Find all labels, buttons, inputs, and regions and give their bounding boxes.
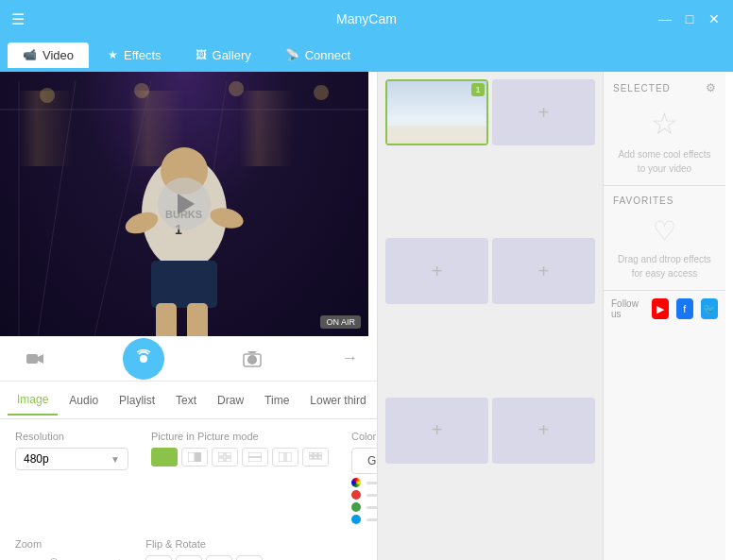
broadcast-button[interactable] <box>123 338 164 380</box>
resolution-value: 480p <box>24 452 49 466</box>
tab-time[interactable]: Time <box>255 386 298 415</box>
svg-rect-26 <box>226 452 231 456</box>
pip-full[interactable] <box>151 448 178 467</box>
snapshot-button[interactable] <box>237 344 267 374</box>
tab-gallery[interactable]: 🖼 Gallery <box>180 42 266 68</box>
minimize-button[interactable]: — <box>657 11 673 26</box>
thumb-cell-5[interactable]: + <box>385 398 488 464</box>
favorites-title: FAVORITES <box>613 195 673 206</box>
tab-draw[interactable]: Draw <box>208 386 253 415</box>
svg-rect-33 <box>309 452 313 455</box>
video-tab-icon: 📹 <box>23 48 37 61</box>
rotate-cw-button[interactable]: ↻ <box>176 555 202 560</box>
pip-grid[interactable] <box>302 448 329 467</box>
svg-line-2 <box>38 81 76 336</box>
select-arrow-icon: ▼ <box>111 454 120 465</box>
color-wheel-icon <box>351 478 361 487</box>
color-slider-green <box>351 502 377 512</box>
color-slider-blue <box>351 515 377 524</box>
color-group: Color Grayscale <box>351 431 377 527</box>
facebook-button[interactable]: f <box>676 298 693 319</box>
svg-point-21 <box>247 355 257 365</box>
drag-drop-text: Drag and dtrop effects for easy access <box>613 252 716 280</box>
svg-point-6 <box>134 83 149 98</box>
color-multi-slider[interactable] <box>366 482 377 484</box>
pip-quad[interactable] <box>212 448 238 467</box>
tab-connect[interactable]: 📡 Connect <box>270 42 366 68</box>
follow-label: Follow us <box>611 298 644 319</box>
add-effects-text: Add some cool effects to your video <box>613 147 716 176</box>
nav-tab-bar: 📹 Video ★ Effects 🖼 Gallery 📡 Connect <box>0 38 733 72</box>
tab-playlist[interactable]: Playlist <box>110 386 164 415</box>
title-bar: ☰ ManyCam — □ ✕ <box>0 0 733 38</box>
selected-panel: SELECTED ⚙ ☆ Add some cool effects to yo… <box>604 72 725 185</box>
right-panel: SELECTED ⚙ ☆ Add some cool effects to yo… <box>603 72 725 560</box>
flip-h-button[interactable]: ⇔ <box>206 555 232 560</box>
blue-slider[interactable] <box>366 518 377 521</box>
thumb-cell-4[interactable]: + <box>492 238 595 304</box>
controls-bar: → <box>0 336 377 382</box>
thumb-cell-6[interactable]: + <box>492 398 595 464</box>
svg-point-8 <box>314 85 329 100</box>
video-tab-label: Video <box>43 48 74 62</box>
pip-vertical[interactable] <box>272 448 298 467</box>
settings-row-1: Resolution 480p ▼ Picture in Picture mod… <box>15 431 362 527</box>
tab-lower-third[interactable]: Lower third <box>300 386 375 415</box>
grayscale-button[interactable]: Grayscale <box>351 448 377 474</box>
filter-icon[interactable]: ⚙ <box>706 81 716 94</box>
connect-tab-icon: 📡 <box>285 48 299 61</box>
pip-options <box>151 448 329 467</box>
gallery-tab-icon: 🖼 <box>196 48 207 61</box>
thumb-cell-3[interactable]: + <box>385 238 488 304</box>
thumb-cell-1[interactable]: 1 <box>385 79 488 145</box>
menu-icon[interactable]: ☰ <box>11 10 25 28</box>
resolution-select[interactable]: 480p ▼ <box>15 448 128 470</box>
app-title: ManyCam <box>336 11 397 26</box>
settings-tab-bar: Image Audio Playlist Text Draw Time Lowe… <box>0 382 377 419</box>
pip-half[interactable] <box>242 448 268 467</box>
camera-button[interactable] <box>19 344 49 374</box>
maximize-button[interactable]: □ <box>682 11 697 26</box>
flip-buttons: ↺ ↻ ⇔ ⇕ <box>145 555 362 560</box>
tab-effects[interactable]: ★ Effects <box>93 42 177 68</box>
follow-bar: Follow us ▶ f 🐦 <box>604 290 725 327</box>
youtube-button[interactable]: ▶ <box>652 298 669 319</box>
svg-rect-17 <box>187 303 208 336</box>
thumbnail-grid-column: 1 + + + + + <box>378 72 603 560</box>
effects-tab-label: Effects <box>124 48 162 62</box>
thumb-badge-1: 1 <box>471 83 485 96</box>
tab-audio[interactable]: Audio <box>60 386 108 415</box>
rotate-ccw-button[interactable]: ↺ <box>145 555 172 560</box>
pip-half-right[interactable] <box>181 448 208 467</box>
zoom-label: Zoom <box>15 538 123 550</box>
red-slider[interactable] <box>366 494 377 497</box>
color-label: Color <box>351 431 377 442</box>
svg-rect-29 <box>248 452 262 457</box>
play-button[interactable] <box>158 178 211 230</box>
thumb-add-icon-3: + <box>432 261 443 282</box>
tab-image[interactable]: Image <box>8 385 58 416</box>
close-button[interactable]: ✕ <box>707 11 722 26</box>
next-arrow-icon[interactable]: → <box>341 348 358 368</box>
svg-rect-15 <box>151 261 217 308</box>
effects-tab-icon: ★ <box>108 48 118 61</box>
svg-rect-36 <box>309 456 313 459</box>
favorites-section: FAVORITES ♡ Drag and dtrop effects for e… <box>604 185 725 290</box>
center-column: BURKS 1 ON AIR <box>0 72 378 560</box>
main-container: BURKS 1 ON AIR <box>0 72 733 560</box>
svg-rect-32 <box>286 452 292 462</box>
svg-rect-23 <box>195 452 201 462</box>
tab-video[interactable]: 📹 Video <box>8 42 89 68</box>
green-slider[interactable] <box>366 506 377 509</box>
on-air-badge: ON AIR <box>320 315 361 329</box>
flip-v-button[interactable]: ⇕ <box>236 555 263 560</box>
thumb-add-icon-5: + <box>432 419 443 441</box>
twitter-button[interactable]: 🐦 <box>701 298 718 319</box>
zoom-minus-icon[interactable]: − <box>15 555 23 560</box>
red-dot-icon <box>351 490 361 500</box>
thumb-cell-2[interactable]: + <box>492 79 595 145</box>
pip-group: Picture in Picture mode <box>151 431 329 527</box>
zoom-plus-icon[interactable]: + <box>115 555 123 560</box>
tab-text[interactable]: Text <box>166 386 206 415</box>
thumb-add-icon-2: + <box>538 102 550 124</box>
